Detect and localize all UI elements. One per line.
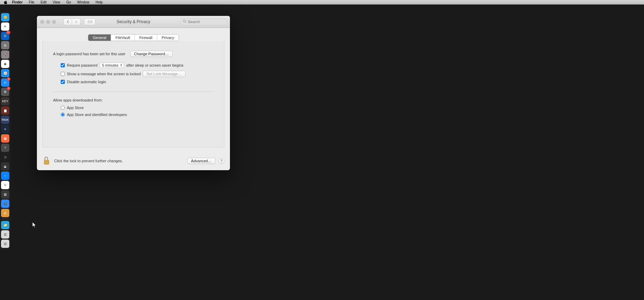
lock-text: Click the lock to prevent further change… bbox=[54, 159, 123, 163]
lock-icon[interactable] bbox=[42, 156, 51, 165]
dock-icon-omni[interactable]: ≡ bbox=[1, 125, 9, 133]
dock: 🙂✳︎O17◎🚀◉🧭A2⚙︎1KEY▆RMX≡▦?◇◒↔V▤📹◎📁▥▥ bbox=[0, 12, 10, 250]
dock-icon-safari-gray[interactable]: ◎ bbox=[1, 41, 9, 49]
tab-general[interactable]: General bbox=[88, 35, 111, 41]
svg-line-10 bbox=[185, 22, 187, 23]
require-password-delay-select[interactable]: 5 minutes ▲▼ bbox=[100, 62, 124, 68]
security-privacy-window: Security & Privacy GeneralFileVaultFirew… bbox=[37, 16, 230, 170]
dock-icon-key[interactable]: KEY bbox=[1, 97, 9, 105]
dock-icon-notes[interactable]: ▤ bbox=[1, 190, 9, 199]
menubar-app-name[interactable]: Finder bbox=[12, 0, 23, 4]
tab-firewall[interactable]: Firewall bbox=[135, 35, 157, 41]
menubar-item-help[interactable]: Help bbox=[95, 0, 103, 4]
dock-divider bbox=[2, 219, 9, 219]
search-input[interactable] bbox=[188, 20, 225, 24]
svg-point-0 bbox=[88, 20, 89, 21]
apple-menu-icon[interactable] bbox=[3, 0, 7, 4]
dock-icon-finder[interactable]: 🙂 bbox=[1, 13, 9, 21]
dock-icon-systempreferences[interactable]: ⚙︎1 bbox=[1, 88, 9, 96]
tab-bar: GeneralFileVaultFirewallPrivacy bbox=[37, 28, 230, 41]
menubar-item-file[interactable]: File bbox=[29, 0, 34, 4]
dock-icon-doc[interactable]: ▥ bbox=[1, 240, 9, 248]
svg-point-8 bbox=[91, 22, 92, 23]
dock-icon-dropbox[interactable]: ◇ bbox=[1, 153, 9, 161]
search-field[interactable] bbox=[181, 18, 227, 25]
change-password-button[interactable]: Change Password… bbox=[130, 51, 173, 57]
menubar: Finder File Edit View Go Window Help bbox=[0, 0, 644, 4]
allow-identified-label: App Store and identified developers bbox=[67, 113, 127, 117]
advanced-button[interactable]: Advanced… bbox=[187, 158, 215, 164]
cursor-icon bbox=[32, 222, 37, 228]
dock-badge: 1 bbox=[7, 87, 10, 90]
disable-auto-login-label: Disable automatic login bbox=[67, 80, 106, 84]
show-message-checkbox[interactable] bbox=[61, 72, 65, 76]
dock-icon-figma[interactable]: ▦ bbox=[1, 134, 9, 143]
set-lock-message-button[interactable]: Set Lock Message… bbox=[143, 71, 185, 77]
dock-icon-trilian[interactable]: ▆ bbox=[1, 106, 9, 115]
allow-identified-radio[interactable] bbox=[61, 113, 65, 117]
dock-icon-preview[interactable]: ◎ bbox=[1, 209, 9, 217]
show-message-label: Show a message when the screen is locked bbox=[67, 72, 141, 76]
tab-privacy[interactable]: Privacy bbox=[157, 35, 179, 41]
allow-appstore-label: App Store bbox=[67, 106, 84, 110]
svg-point-7 bbox=[90, 22, 90, 23]
require-password-checkbox[interactable] bbox=[61, 63, 65, 67]
allow-appstore-radio[interactable] bbox=[61, 106, 65, 110]
search-icon bbox=[183, 20, 187, 24]
dock-icon-safari[interactable]: 🧭 bbox=[1, 69, 9, 77]
general-panel: A login password has been set for this u… bbox=[42, 41, 224, 147]
dock-icon-protools[interactable]: ◒ bbox=[1, 162, 9, 171]
svg-point-5 bbox=[91, 21, 92, 22]
menubar-item-edit[interactable]: Edit bbox=[41, 0, 47, 4]
footer: Click the lock to prevent further change… bbox=[37, 153, 230, 170]
dock-icon-folder[interactable]: 📁 bbox=[1, 221, 9, 229]
dock-icon-rmx[interactable]: RMX bbox=[1, 116, 9, 124]
menubar-item-go[interactable]: Go bbox=[66, 0, 71, 4]
require-password-delay-value: 5 minutes bbox=[102, 63, 119, 67]
dock-icon-launchpad[interactable]: 🚀 bbox=[1, 50, 9, 59]
help-button[interactable]: ? bbox=[218, 158, 224, 164]
svg-point-1 bbox=[90, 20, 90, 21]
show-all-button[interactable] bbox=[84, 18, 95, 25]
dock-icon-pages[interactable]: ▥ bbox=[1, 230, 9, 239]
dock-icon-v-app[interactable]: V bbox=[1, 181, 9, 189]
dock-icon-appstore[interactable]: A2 bbox=[1, 78, 9, 87]
after-sleep-label: after sleep or screen saver begins bbox=[126, 63, 183, 67]
dock-icon-help[interactable]: ? bbox=[1, 144, 9, 152]
svg-rect-11 bbox=[44, 160, 49, 164]
zoom-button[interactable] bbox=[52, 20, 56, 24]
tab-filevault[interactable]: FileVault bbox=[111, 35, 135, 41]
dock-icon-chrome[interactable]: ◉ bbox=[1, 60, 9, 68]
select-arrows-icon: ▲▼ bbox=[119, 63, 123, 68]
disable-auto-login-checkbox[interactable] bbox=[61, 80, 65, 84]
dock-icon-slack[interactable]: ✳︎ bbox=[1, 22, 9, 31]
login-password-text: A login password has been set for this u… bbox=[53, 52, 125, 56]
svg-point-6 bbox=[88, 22, 89, 23]
allow-apps-label: Allow apps downloaded from: bbox=[53, 98, 214, 102]
svg-point-4 bbox=[90, 21, 90, 22]
dock-badge: 2 bbox=[7, 77, 10, 81]
require-password-label: Require password bbox=[67, 63, 98, 67]
dock-icon-zoom[interactable]: 📹 bbox=[1, 200, 9, 208]
menubar-item-view[interactable]: View bbox=[53, 0, 60, 4]
dock-icon-teamviewer[interactable]: ↔ bbox=[1, 172, 9, 180]
dock-badge: 17 bbox=[6, 31, 10, 34]
menubar-item-window[interactable]: Window bbox=[77, 0, 90, 4]
titlebar[interactable]: Security & Privacy bbox=[37, 16, 230, 28]
svg-point-9 bbox=[183, 20, 185, 22]
minimize-button[interactable] bbox=[46, 20, 50, 24]
forward-button[interactable] bbox=[72, 18, 81, 25]
back-button[interactable] bbox=[63, 18, 72, 25]
svg-point-2 bbox=[91, 20, 92, 21]
traffic-lights bbox=[40, 20, 56, 24]
nav-buttons bbox=[63, 18, 81, 25]
separator bbox=[53, 91, 214, 92]
svg-point-3 bbox=[88, 21, 89, 22]
close-button[interactable] bbox=[40, 20, 44, 24]
dock-icon-outlook[interactable]: O17 bbox=[1, 32, 9, 40]
